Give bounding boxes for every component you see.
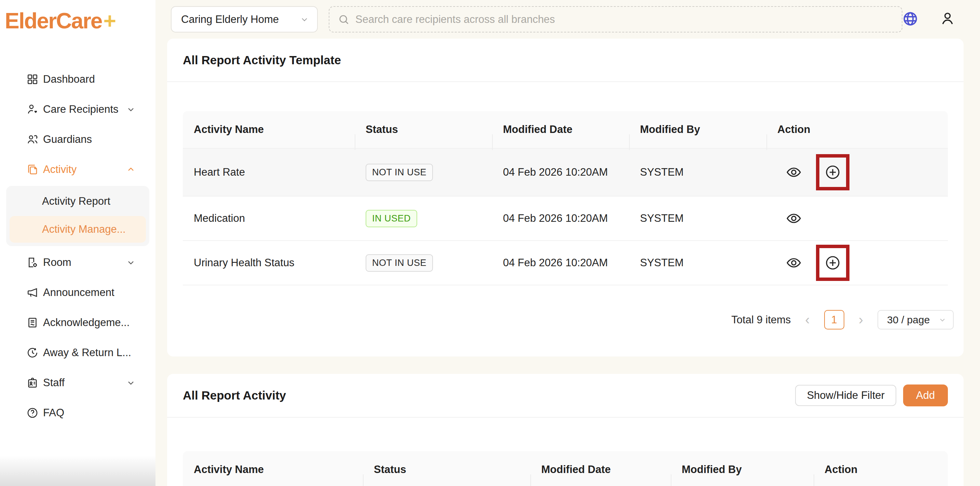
care-recipient-icon	[26, 103, 38, 116]
activity-table-header: Activity Name Status Modified Date Modif…	[183, 451, 948, 486]
activity-panel-header: All Report Activity Show/Hide Filter Add	[167, 374, 964, 417]
pagination-page-1[interactable]: 1	[824, 310, 844, 330]
table-row: Medication IN USED 04 Feb 2026 10:20AM S…	[183, 196, 948, 241]
cell-status: IN USED	[355, 210, 492, 227]
column-header-activity-name: Activity Name	[183, 123, 355, 136]
template-panel-header: All Report Activity Template	[167, 38, 964, 82]
cell-actions	[767, 164, 948, 180]
column-header-status: Status	[363, 464, 530, 476]
status-badge: IN USED	[366, 210, 417, 227]
cell-activity-name: Heart Rate	[183, 166, 355, 178]
report-activity-template-panel: All Report Activity Template Activity Na…	[167, 38, 964, 357]
pagination-prev-button[interactable]: ‹	[805, 310, 810, 330]
sidebar-item-label: Activity	[43, 163, 76, 176]
add-button[interactable]: Add	[903, 384, 948, 406]
sidebar-item-label: Away & Return L...	[43, 347, 131, 359]
submenu-item-label: Activity Report	[42, 195, 110, 207]
column-header-status: Status	[355, 123, 492, 136]
column-header-action: Action	[767, 123, 948, 136]
sidebar-item-label: Room	[43, 257, 72, 269]
megaphone-icon	[26, 287, 38, 299]
column-header-activity-name: Activity Name	[183, 464, 363, 476]
chevron-down-icon	[126, 258, 136, 267]
add-action-annotated[interactable]	[824, 164, 841, 180]
sidebar-item-faq[interactable]: FAQ	[0, 398, 156, 428]
template-table-header: Activity Name Status Modified Date Modif…	[183, 111, 948, 149]
search-input[interactable]	[355, 13, 894, 25]
language-button[interactable]	[902, 11, 918, 27]
plus-circle-icon	[824, 255, 841, 271]
cell-modified-by: SYSTEM	[629, 257, 767, 269]
dashboard-grid-icon	[26, 73, 38, 86]
app-logo: ElderCare+	[5, 8, 116, 33]
sidebar-item-room[interactable]: Room	[0, 247, 156, 277]
sidebar-item-staff[interactable]: Staff	[0, 368, 156, 398]
add-action-annotated[interactable]	[824, 255, 841, 271]
status-badge: NOT IN USE	[366, 164, 433, 181]
sidebar-item-activity[interactable]: Activity	[0, 155, 156, 185]
plus-circle-icon	[824, 164, 841, 180]
global-search[interactable]	[329, 6, 902, 32]
sidebar-item-guardians[interactable]: Guardians	[0, 124, 156, 155]
activity-clipboard-icon	[26, 163, 38, 176]
view-icon[interactable]	[786, 210, 802, 226]
sidebar-item-dashboard[interactable]: Dashboard	[0, 64, 156, 94]
chevron-down-icon	[126, 378, 136, 387]
table-row: Urinary Health Status NOT IN USE 04 Feb …	[183, 241, 948, 285]
sidebar-item-care-recipients[interactable]: Care Recipients	[0, 94, 156, 124]
view-icon[interactable]	[786, 164, 802, 180]
report-activity-panel: All Report Activity Show/Hide Filter Add…	[167, 374, 964, 486]
status-badge: NOT IN USE	[366, 254, 433, 272]
clock-icon	[26, 347, 38, 359]
sidebar-item-acknowledgement[interactable]: Acknowledgeme...	[0, 308, 156, 338]
branch-selector-value: Caring Elderly Home	[181, 13, 299, 25]
sidebar-nav: Dashboard Care Recipients Guardians Acti…	[0, 64, 156, 428]
submenu-item-label: Activity Manage...	[42, 223, 126, 236]
cell-modified-date: 04 Feb 2026 10:20AM	[492, 257, 629, 269]
cell-modified-date: 04 Feb 2026 10:20AM	[492, 212, 629, 225]
account-button[interactable]	[940, 11, 955, 26]
sidebar-item-announcement[interactable]: Announcement	[0, 277, 156, 308]
cell-status: NOT IN USE	[355, 164, 492, 181]
section-title: All Report Activity	[183, 389, 286, 402]
user-icon	[940, 11, 955, 26]
activity-submenu: Activity Report Activity Manage...	[6, 186, 150, 246]
cell-activity-name: Urinary Health Status	[183, 257, 355, 269]
column-header-modified-date: Modified Date	[492, 123, 629, 136]
sidebar-item-activity-report[interactable]: Activity Report	[6, 186, 150, 216]
column-header-modified-by: Modified By	[629, 123, 767, 136]
acknowledgement-doc-icon	[26, 317, 38, 329]
page-title: All Report Activity Template	[183, 53, 341, 67]
logo-text: ElderCare	[5, 8, 102, 33]
cell-actions	[767, 210, 948, 226]
chevron-down-icon	[299, 14, 310, 25]
pagination: Total 9 items ‹ 1 › 30 / page	[731, 310, 954, 330]
globe-icon	[902, 11, 918, 27]
sidebar: ElderCare+ Dashboard Care Recipients Gua…	[0, 0, 156, 486]
pagination-total: Total 9 items	[731, 314, 791, 326]
sidebar-item-label: Care Recipients	[43, 103, 119, 116]
cell-status: NOT IN USE	[355, 254, 492, 272]
table-row: Heart Rate NOT IN USE 04 Feb 2026 10:20A…	[183, 149, 948, 196]
sidebar-item-label: Acknowledgeme...	[43, 317, 129, 329]
search-icon	[337, 13, 350, 25]
chevron-up-icon	[126, 165, 136, 174]
column-header-modified-date: Modified Date	[530, 464, 671, 476]
page-size-value: 30 / page	[887, 314, 935, 326]
pagination-next-button[interactable]: ›	[859, 310, 863, 330]
logo-plus-icon: +	[103, 8, 115, 33]
cell-modified-date: 04 Feb 2026 10:20AM	[492, 166, 629, 178]
view-icon[interactable]	[786, 255, 802, 271]
sidebar-item-label: Staff	[43, 377, 65, 389]
sidebar-item-activity-management[interactable]: Activity Manage...	[10, 216, 146, 243]
show-hide-filter-button[interactable]: Show/Hide Filter	[795, 385, 896, 406]
staff-badge-icon	[26, 377, 38, 389]
template-table: Activity Name Status Modified Date Modif…	[183, 111, 948, 285]
column-header-action: Action	[814, 464, 948, 476]
chevron-down-icon	[938, 316, 947, 324]
sidebar-item-away-return[interactable]: Away & Return L...	[0, 338, 156, 368]
cell-modified-by: SYSTEM	[629, 212, 767, 225]
sidebar-item-label: Announcement	[43, 287, 115, 299]
branch-selector[interactable]: Caring Elderly Home	[171, 6, 318, 32]
page-size-selector[interactable]: 30 / page	[878, 310, 954, 330]
